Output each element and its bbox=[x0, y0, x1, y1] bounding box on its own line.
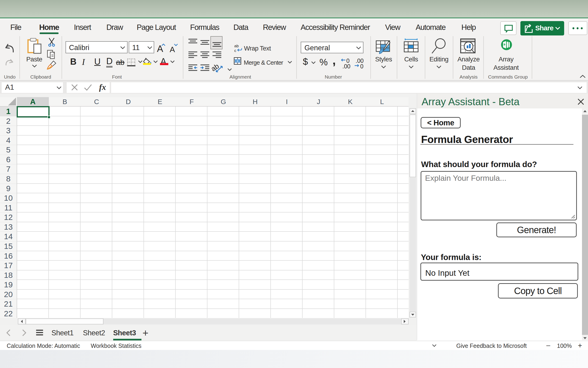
svg-text:c: c bbox=[234, 48, 236, 53]
svg-text:ab: ab bbox=[234, 44, 239, 48]
